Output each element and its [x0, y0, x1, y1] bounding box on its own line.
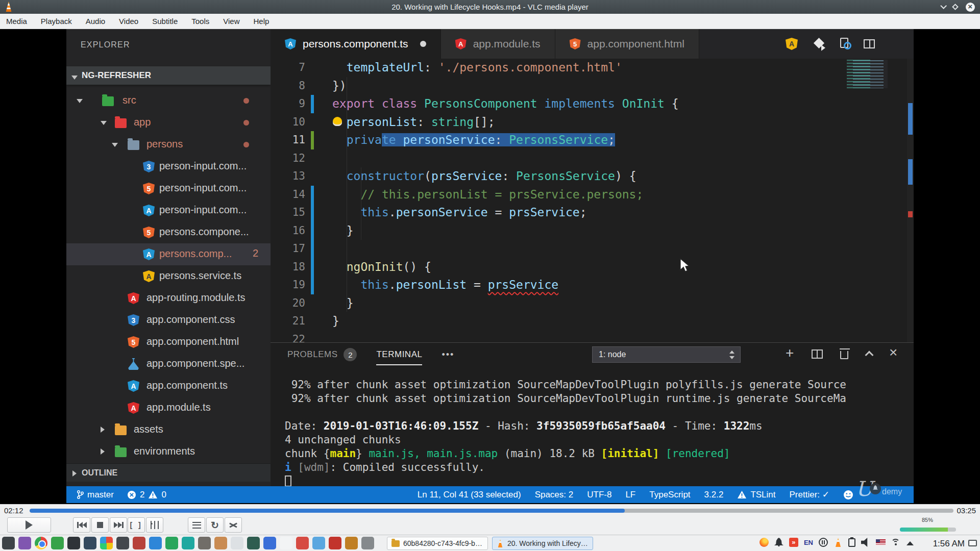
minimize-icon[interactable]	[940, 3, 947, 9]
action-open-changes[interactable]	[813, 37, 825, 51]
status-prettier[interactable]: Prettier: ✓	[790, 489, 829, 500]
code-line-17[interactable]: 17	[271, 240, 914, 258]
terminal-select[interactable]: 1: node	[592, 346, 741, 363]
app-menu-icon[interactable]	[2, 537, 15, 549]
next-button[interactable]	[110, 517, 127, 533]
camera-icon[interactable]	[116, 537, 129, 549]
project-section-header[interactable]: NG-REFRESHER	[66, 66, 271, 85]
chat-teal-icon[interactable]	[182, 537, 194, 549]
kill-terminal-icon[interactable]	[840, 351, 848, 359]
problems-indicator[interactable]: 2 0	[127, 490, 166, 500]
code-line-7[interactable]: 7 templateUrl: './persons.component.html…	[271, 59, 914, 77]
tree-item-person-input-com[interactable]: 3person-input.com...	[66, 156, 271, 178]
screen-recorder-icon[interactable]: »	[789, 538, 798, 547]
tree-item-person-input-com[interactable]: 5person-input.com...	[66, 178, 271, 199]
vlc-icon[interactable]	[834, 538, 843, 547]
code-line-20[interactable]: 20 }	[271, 294, 914, 313]
lightbulb-icon[interactable]	[333, 117, 342, 126]
launcher-white-icon[interactable]	[280, 537, 292, 549]
status-typescript-version[interactable]: 3.2.2	[704, 490, 724, 500]
firefox-icon[interactable]	[760, 538, 769, 547]
tab-terminal[interactable]: TERMINAL	[376, 349, 422, 360]
play-button[interactable]	[7, 517, 51, 533]
window-button-20-working-with-lifecycl[interactable]: 20. Working with Lifecycl...	[492, 537, 593, 550]
maximize-panel-icon[interactable]	[865, 351, 874, 360]
outline-section-header[interactable]: OUTLINE	[66, 463, 271, 482]
tree-item-app-component-html[interactable]: 5app.component.html	[66, 331, 271, 353]
menu-media[interactable]: Media	[6, 17, 27, 26]
menu-subtitle[interactable]: Subtitle	[152, 17, 178, 26]
git-branch-indicator[interactable]: master	[77, 490, 114, 500]
code-editor[interactable]: 7 templateUrl: './persons.component.html…	[271, 59, 914, 342]
launcher-dark-green-icon[interactable]	[247, 537, 260, 549]
code-line-12[interactable]: 12	[271, 149, 914, 168]
status-cursor-position[interactable]: Ln 11, Col 41 (33 selected)	[418, 490, 521, 500]
loop-button[interactable]: ↻	[206, 517, 224, 533]
previous-button[interactable]	[73, 517, 90, 533]
cookie-icon[interactable]	[214, 537, 227, 549]
tree-item-app[interactable]: app	[66, 112, 271, 134]
status-language-mode[interactable]: TypeScript	[649, 490, 690, 500]
action-search-editor[interactable]	[840, 38, 848, 50]
action-split-editor[interactable]	[864, 38, 875, 51]
volume-icon[interactable]	[861, 538, 870, 547]
status-encoding[interactable]: UTF-8	[587, 490, 611, 500]
extended-settings-button[interactable]	[146, 517, 163, 533]
clipboard-icon[interactable]	[848, 538, 855, 547]
video-area[interactable]: EXPLORER NG-REFRESHER srcapppersons3pers…	[0, 29, 980, 504]
panel-more-icon[interactable]: •••	[442, 349, 454, 360]
tree-item-app-component-ts[interactable]: Aapp.component.ts	[66, 375, 271, 397]
tree-item-src[interactable]: src	[66, 90, 271, 112]
seek-bar[interactable]	[30, 509, 953, 513]
terminal-output[interactable]: 92% after chunk asset optimization Sourc…	[285, 378, 846, 488]
photos-icon[interactable]	[100, 537, 113, 549]
globe-icon[interactable]	[149, 537, 162, 549]
split-terminal-icon[interactable]	[812, 349, 823, 359]
menu-tools[interactable]: Tools	[191, 17, 209, 26]
code-line-13[interactable]: 13 constructor(prsService: PersonsServic…	[271, 167, 914, 186]
tree-item-persons-compone[interactable]: 5persons.compone...	[66, 221, 271, 243]
launcher-green-leaf-icon[interactable]	[51, 537, 64, 549]
maximize-icon[interactable]	[952, 4, 959, 10]
new-terminal-icon[interactable]	[785, 348, 796, 359]
menu-audio[interactable]: Audio	[86, 17, 105, 26]
code-line-18[interactable]: 18 ngOnInit() {	[271, 258, 914, 277]
launcher-red-icon[interactable]	[133, 537, 145, 549]
launcher-purple-icon[interactable]	[18, 537, 31, 549]
playlist-button[interactable]	[188, 517, 205, 533]
tree-item-app-module-ts[interactable]: Aapp.module.ts	[66, 397, 271, 419]
menu-playback[interactable]: Playback	[41, 17, 72, 26]
launcher-amber-icon[interactable]	[345, 537, 358, 549]
code-line-21[interactable]: 21}	[271, 312, 914, 331]
code-line-22[interactable]: 22	[271, 331, 914, 343]
tab-problems[interactable]: PROBLEMS 2	[287, 348, 357, 361]
notifications-icon[interactable]	[774, 538, 783, 547]
wifi-icon[interactable]	[891, 539, 901, 546]
menu-view[interactable]: View	[223, 17, 239, 26]
notes-red-icon[interactable]	[296, 537, 309, 549]
chromium-icon[interactable]	[35, 537, 47, 549]
clock[interactable]: 1:56 AM	[933, 539, 965, 549]
action-editor-more[interactable]	[890, 37, 902, 51]
action-angular-quickopen[interactable]: A	[786, 38, 798, 50]
overview-ruler[interactable]	[907, 59, 914, 342]
tab-app-component-html[interactable]: 5app.component.html	[555, 29, 699, 59]
terminal-icon[interactable]	[67, 537, 80, 549]
launcher-light-icon[interactable]	[231, 537, 243, 549]
launcher-dark-blue-icon[interactable]	[84, 537, 96, 549]
tree-item-app-routing-module-ts[interactable]: Aapp-routing.module.ts	[66, 287, 271, 309]
code-line-8[interactable]: 8})	[271, 77, 914, 95]
code-line-10[interactable]: 10 personList: string[];	[271, 113, 914, 132]
tree-item-assets[interactable]: assets	[66, 419, 271, 441]
volume-slider[interactable]	[900, 528, 956, 532]
tree-item-persons[interactable]: persons	[66, 134, 271, 156]
us-flag-icon[interactable]	[876, 539, 886, 545]
launcher-gray-icon[interactable]	[361, 537, 374, 549]
code-line-19[interactable]: 19 this.personList = prsService	[271, 276, 914, 294]
pause-icon[interactable]	[819, 538, 828, 547]
keyboard-layout-indicator[interactable]: EN	[804, 539, 813, 546]
tree-item-persons-comp[interactable]: Apersons.comp...2	[66, 243, 271, 265]
code-line-11[interactable]: 11 private personService: PersonsService…	[271, 131, 914, 149]
menu-video[interactable]: Video	[119, 17, 138, 26]
pdf-red-icon[interactable]	[329, 537, 341, 549]
